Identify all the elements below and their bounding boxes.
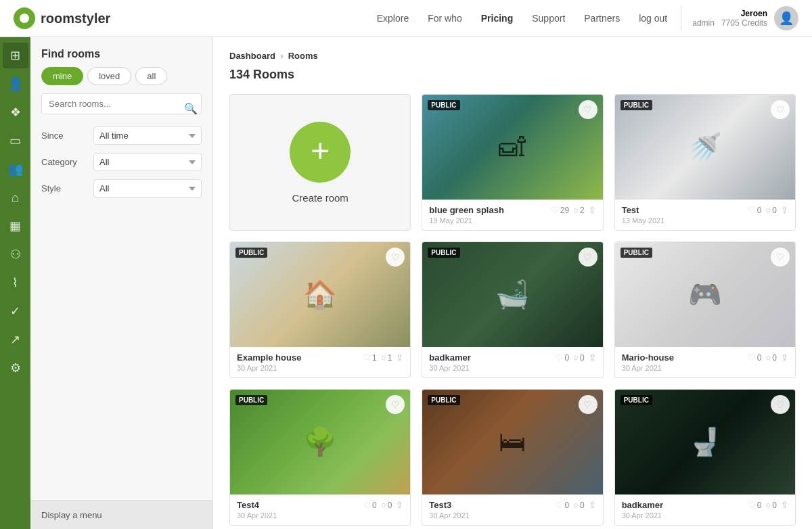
tab-mine[interactable]: mine <box>41 67 83 85</box>
room-date: 30 Apr 2021 <box>429 511 595 520</box>
room-date: 30 Apr 2021 <box>237 364 403 372</box>
heart-icon: ♡ <box>555 500 563 510</box>
sidebar-icon-group[interactable]: ⚇ <box>3 242 28 267</box>
room-art: 🛁 <box>422 242 602 347</box>
sidebar-icon-home[interactable]: ⌂ <box>3 185 28 210</box>
filter-since-label: Since <box>41 131 85 141</box>
room-art: 🎮 <box>615 242 795 347</box>
favorite-button[interactable]: ♡ <box>579 248 597 267</box>
search-input[interactable] <box>41 93 202 114</box>
room-image: PUBLIC 🌳 ♡ <box>230 390 410 495</box>
share-icon[interactable]: ⇪ <box>396 352 403 363</box>
room-card-title-row: Test3 ♡ 0 ○ 0 ⇪ <box>429 500 595 510</box>
room-stats: ♡ 0 ○ 0 ⇪ <box>555 500 595 510</box>
logo-area[interactable]: roomstyler <box>14 7 110 29</box>
room-card-title-row: Mario-house ♡ 0 ○ 0 ⇪ <box>622 352 788 363</box>
comment-icon: ○ <box>573 205 579 215</box>
breadcrumb-root[interactable]: Dashboard <box>229 51 275 61</box>
sidebar-icon-shapes[interactable]: ❖ <box>3 99 28 125</box>
sidebar-icon-check[interactable]: ✓ <box>3 298 28 324</box>
nav-for-who[interactable]: For who <box>428 13 462 24</box>
display-menu-btn[interactable]: Display a menu <box>30 500 212 529</box>
favorite-button[interactable]: ♡ <box>771 100 790 119</box>
favorite-button[interactable]: ♡ <box>771 395 790 414</box>
user-info: Jeroen admin 7705 Credits <box>692 9 767 28</box>
room-title: badkamer <box>429 352 470 363</box>
share-icon[interactable]: ⇪ <box>589 352 596 363</box>
likes-count: 0 <box>372 501 377 510</box>
filter-since-select[interactable]: All time Last week Last month <box>93 127 202 145</box>
sidebar-icon-grid[interactable]: ⊞ <box>3 43 28 68</box>
tab-all[interactable]: all <box>135 67 167 85</box>
room-date: 30 Apr 2021 <box>237 511 403 520</box>
room-card[interactable]: PUBLIC 🛋 ♡ blue green splash ♡ 29 ○ 2 <box>422 94 603 231</box>
likes-stat: ♡ 0 <box>555 500 569 510</box>
likes-count: 0 <box>757 353 762 363</box>
nav-partners[interactable]: Partners <box>584 13 620 24</box>
room-stats: ♡ 0 ○ 0 ⇪ <box>748 500 788 510</box>
filter-style-label: Style <box>41 183 85 193</box>
room-card[interactable]: PUBLIC 🛏 ♡ Test3 ♡ 0 ○ 0 <box>422 389 603 526</box>
heart-icon: ♡ <box>363 352 371 363</box>
share-icon[interactable]: ⇪ <box>589 500 596 510</box>
tab-loved[interactable]: loved <box>87 67 131 85</box>
main-layout: ⊞ 👤 ❖ ▭ 👥 ⌂ ▦ ⚇ ⌇ ✓ ↗ ⚙ Find rooms mine … <box>0 37 812 529</box>
room-card-footer: Test ♡ 0 ○ 0 ⇪ 13 May 2021 <box>615 200 795 230</box>
room-date: 13 May 2021 <box>622 216 788 225</box>
room-title: Mario-house <box>622 352 674 363</box>
room-card[interactable]: PUBLIC 🌳 ♡ Test4 ♡ 0 ○ 0 <box>229 389 411 526</box>
share-icon[interactable]: ⇪ <box>781 205 788 215</box>
comments-count: 2 <box>580 206 585 215</box>
share-icon[interactable]: ⇪ <box>589 205 596 215</box>
room-card[interactable]: PUBLIC 🚽 ♡ badkamer ♡ 0 ○ 0 <box>614 389 796 526</box>
nav-logout[interactable]: log out <box>639 13 667 24</box>
sidebar-icon-chart[interactable]: ↗ <box>3 327 28 352</box>
comments-stat: ○ 2 <box>573 205 585 215</box>
room-date: 19 May 2021 <box>429 216 595 225</box>
room-card-title-row: blue green splash ♡ 29 ○ 2 ⇪ <box>429 205 595 215</box>
likes-count: 0 <box>757 206 762 215</box>
room-card-footer: Example house ♡ 1 ○ 1 ⇪ 30 Apr 2021 <box>230 347 410 377</box>
nav-support[interactable]: Support <box>532 13 565 24</box>
room-card[interactable]: PUBLIC 🛁 ♡ badkamer ♡ 0 ○ 0 <box>422 242 603 378</box>
sidebar-icon-chair[interactable]: ⌇ <box>3 270 28 296</box>
room-title: Test4 <box>237 500 259 510</box>
room-card[interactable]: PUBLIC 🚿 ♡ Test ♡ 0 ○ 0 <box>614 94 796 231</box>
room-date: 30 Apr 2021 <box>622 511 788 520</box>
share-icon[interactable]: ⇪ <box>781 500 788 510</box>
room-card[interactable]: PUBLIC 🏠 ♡ Example house ♡ 1 ○ 1 <box>229 242 411 378</box>
room-card-title-row: badkamer ♡ 0 ○ 0 ⇪ <box>622 500 788 510</box>
share-icon[interactable]: ⇪ <box>781 352 788 363</box>
comment-icon: ○ <box>765 352 771 363</box>
user-name: Jeroen <box>692 9 767 18</box>
nav-pricing[interactable]: Pricing <box>481 13 513 24</box>
room-card[interactable]: PUBLIC 🎮 ♡ Mario-house ♡ 0 ○ 0 <box>614 242 796 378</box>
room-image: PUBLIC 🛋 ♡ <box>422 95 602 200</box>
filter-category-select[interactable]: All Living room Bedroom Kitchen <box>93 153 202 171</box>
room-art: 🏠 <box>230 242 410 347</box>
room-card-title-row: Test ♡ 0 ○ 0 ⇪ <box>622 205 788 215</box>
sidebar-icon-gear[interactable]: ⚙ <box>3 355 28 381</box>
filter-style-select[interactable]: All Modern Classic Minimalist <box>93 179 202 198</box>
sidebar-icon-image[interactable]: ▦ <box>3 213 28 239</box>
room-title: Example house <box>237 352 301 363</box>
room-stats: ♡ 1 ○ 1 ⇪ <box>363 352 403 363</box>
comments-stat: ○ 0 <box>765 205 777 215</box>
create-room-card[interactable]: + Create room <box>229 94 411 231</box>
comments-count: 0 <box>580 501 585 510</box>
room-date: 30 Apr 2021 <box>429 364 595 372</box>
sidebar-icon-blueprint[interactable]: ▭ <box>3 128 28 154</box>
room-image: PUBLIC 🛁 ♡ <box>422 242 602 347</box>
comments-count: 0 <box>388 501 392 510</box>
search-icon[interactable]: 🔍 <box>184 101 198 114</box>
favorite-button[interactable]: ♡ <box>771 248 790 267</box>
share-icon[interactable]: ⇪ <box>396 500 403 510</box>
favorite-button[interactable]: ♡ <box>579 395 597 414</box>
sidebar-icon-user[interactable]: 👤 <box>3 71 28 97</box>
nav-explore[interactable]: Explore <box>377 13 409 24</box>
avatar[interactable]: 👤 <box>774 6 798 30</box>
comments-count: 0 <box>772 206 777 215</box>
room-card-title-row: Example house ♡ 1 ○ 1 ⇪ <box>237 352 403 363</box>
sidebar-icon-people[interactable]: 👥 <box>3 156 28 182</box>
favorite-button[interactable]: ♡ <box>579 100 597 119</box>
